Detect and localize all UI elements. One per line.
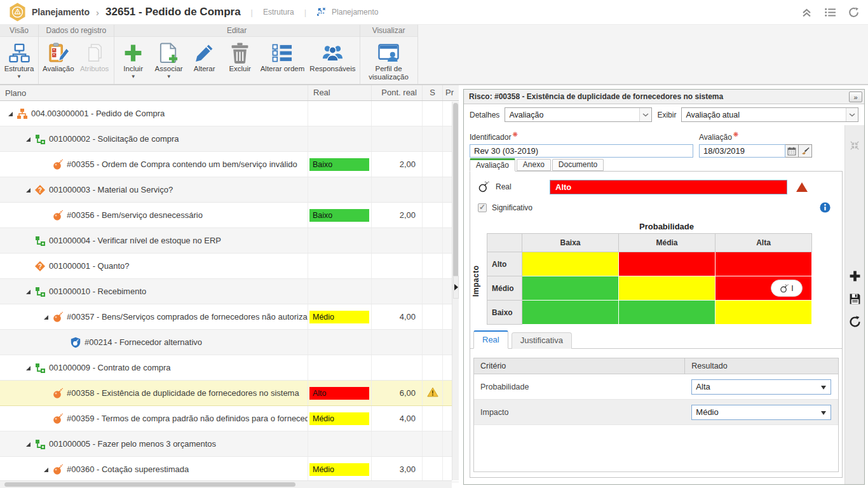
trend-up-triangle-icon [796, 182, 808, 192]
ribbon-button-associar[interactable]: Associar▼ [151, 40, 187, 81]
tree-row-00357[interactable]: #00357 - Bens/Serviços comprados de forn… [0, 304, 459, 330]
detalhes-select[interactable]: Avaliação [505, 107, 652, 122]
matrix-cell-media-alto[interactable] [619, 252, 715, 276]
matrix-cell-media-baixo[interactable] [619, 301, 715, 325]
collapse-panel-icon[interactable] [850, 140, 860, 151]
refresh-icon[interactable] [849, 316, 861, 328]
ribbon-button-responsaveis[interactable]: Responsáveis [307, 40, 358, 74]
column-header-s[interactable]: S [422, 85, 442, 100]
chevron-down-icon [846, 108, 858, 121]
ribbon-button-avaliacao[interactable]: Avaliação [40, 40, 77, 74]
tree-row-001000009[interactable]: 001000009 - Contrato de compra [0, 355, 459, 381]
matrix-cell-alta-baixo[interactable] [715, 301, 812, 325]
matrix-cell-media-medio[interactable] [619, 276, 715, 301]
detail-tab-documento[interactable]: Documento [552, 159, 604, 171]
column-header-pr[interactable]: Pr [442, 85, 459, 100]
cell-real: Médio [308, 304, 371, 329]
ribbon-button-estrutura[interactable]: Estrutura▼ [1, 40, 37, 81]
ribbon-button-alterar-ordem[interactable]: Alterar ordem [258, 40, 308, 74]
info-icon[interactable] [820, 202, 831, 213]
significativo-checkbox[interactable] [478, 203, 487, 212]
avaliacao-date-input[interactable]: 18/03/2019 [699, 144, 785, 158]
tree-row-00214[interactable]: #00214 - Fornecedor alternativo [0, 330, 459, 355]
cell-pont-real [371, 355, 422, 380]
criteria-select-probabilidade[interactable]: Alta [691, 379, 831, 395]
cell-pont-real: 3,00 [371, 457, 422, 482]
result-tab-real[interactable]: Real [473, 330, 508, 349]
save-icon[interactable] [849, 293, 861, 305]
cell-status [422, 279, 442, 304]
expander-spacer [42, 211, 51, 220]
result-tab-justificativa[interactable]: Justificativa [512, 332, 572, 349]
expand-toggle-icon[interactable] [24, 135, 33, 144]
horizontal-scrollbar-thumb[interactable] [4, 482, 295, 487]
criteria-result-cell: Médio [685, 405, 838, 420]
expand-toggle-icon[interactable] [24, 440, 33, 449]
expand-panel-button[interactable]: » [849, 92, 862, 102]
detail-tab-anexo[interactable]: Anexo [517, 159, 551, 171]
tree-row-00358[interactable]: #00358 - Existência de duplicidade de fo… [0, 381, 459, 406]
tree-row-001000002[interactable]: 001000002 - Solicitação de compra [0, 126, 459, 152]
vertical-scrollbar-thumb[interactable] [453, 103, 458, 290]
reload-icon[interactable] [848, 7, 859, 18]
view-profile-icon [378, 41, 399, 64]
detail-tab-avaliacao[interactable]: Avaliação [470, 158, 515, 172]
cell-real [308, 330, 371, 355]
exibir-select[interactable]: Avaliação atual [681, 107, 858, 122]
cell-real [308, 254, 371, 278]
splitter-handle[interactable] [453, 276, 459, 299]
matrix-cell-alta-alto[interactable] [715, 252, 812, 276]
tree-row-001000001[interactable]: ?001000001 - Quanto? [0, 254, 459, 279]
column-header-plano[interactable]: Plano [0, 88, 308, 98]
brush-icon[interactable] [799, 144, 812, 158]
list-menu-icon[interactable] [825, 7, 836, 18]
tree-row-001000005[interactable]: 001000005 - Fazer pelo menos 3 orçamento… [0, 431, 459, 457]
tree-row-00355[interactable]: #00355 - Ordem de Compra contendo um bem… [0, 152, 459, 177]
column-header-real[interactable]: Real [308, 85, 371, 100]
top-right-actions [801, 7, 859, 18]
top-header-bar: Planejamento › 32651 - Pedido de Compra … [0, 0, 868, 24]
calendar-icon[interactable] [785, 144, 799, 158]
column-header-pont-real[interactable]: Pont. real [371, 85, 422, 100]
identificador-input[interactable]: Rev 30 (03-2019) [470, 144, 693, 158]
matrix-cell-baixa-alto[interactable] [522, 252, 619, 276]
expand-toggle-icon[interactable] [42, 313, 51, 322]
criteria-label: Probabilidade [474, 383, 685, 391]
criteria-select-impacto[interactable]: Médio [691, 405, 831, 420]
tree-row-00359[interactable]: #00359 - Termos de compra padrão não def… [0, 406, 459, 431]
matrix-row-header-baixo: Baixo [487, 301, 522, 325]
expand-toggle-icon[interactable] [24, 287, 33, 296]
matrix-cell-baixa-baixo[interactable] [522, 301, 619, 325]
reorder-icon [272, 41, 293, 64]
cell-real [308, 279, 371, 304]
breadcrumb-root[interactable]: Planejamento [32, 7, 90, 17]
avaliacao-tab-content: Real Alto Significativo Probabilidade Im… [470, 171, 843, 478]
tree-row-00356[interactable]: #00356 - Bem/serviço desnecessárioBaixo2… [0, 203, 459, 228]
ribbon-button-incluir[interactable]: Incluir▼ [116, 40, 151, 81]
chevrons-up-icon[interactable] [801, 7, 812, 18]
risk-position-marker[interactable]: I [771, 280, 803, 297]
expand-toggle-icon[interactable] [24, 186, 33, 194]
ribbon-button-perfil-de-visualizacao[interactable]: Perfil de visualização [362, 40, 416, 83]
matrix-cell-alta-medio[interactable]: I [715, 276, 812, 301]
real-level-badge: Médio [309, 412, 369, 425]
nav-estrutura[interactable]: Estrutura [263, 8, 294, 17]
tree-row-004-003000001[interactable]: 004.003000001 - Pedido de Compra [0, 101, 459, 126]
cell-pont-real [371, 330, 422, 355]
expand-toggle-icon[interactable] [24, 363, 33, 372]
expand-toggle-icon[interactable] [42, 465, 51, 474]
tree-item-label: #00359 - Termos de compra padrão não def… [67, 414, 308, 423]
nav-planejamento[interactable]: Planejamento [332, 8, 378, 17]
tree-row-001000003[interactable]: ?001000003 - Material ou Serviço? [0, 177, 459, 203]
tree-row-001000004[interactable]: 001000004 - Verificar nível de estoque n… [0, 228, 459, 254]
matrix-cell-baixa-medio[interactable] [522, 276, 619, 301]
horizontal-scrollbar[interactable] [0, 480, 452, 488]
tree-item-label: 004.003000001 - Pedido de Compra [31, 109, 165, 118]
tree-item-label: #00356 - Bem/serviço desnecessário [67, 210, 203, 220]
expand-toggle-icon[interactable] [6, 109, 15, 118]
ribbon-button-alterar[interactable]: Alterar [187, 40, 222, 74]
plus-icon[interactable] [849, 270, 861, 282]
ribbon-button-excluir[interactable]: Excluir [222, 40, 258, 74]
tree-row-00360[interactable]: #00360 - Cotação superestimadaMédio3,00 [0, 457, 459, 482]
tree-row-001000010[interactable]: 001000010 - Recebimento [0, 279, 459, 304]
